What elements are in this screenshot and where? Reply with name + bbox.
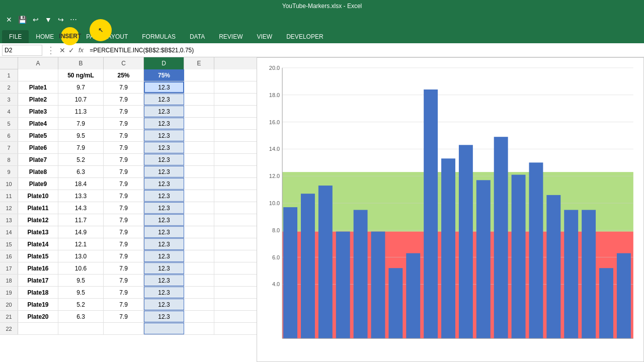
col-header-b[interactable]: B [58, 57, 104, 69]
cell-b4[interactable]: 11.3 [58, 106, 104, 117]
undo-icon[interactable]: ↩ [31, 15, 41, 25]
cell-c14[interactable]: 7.9 [104, 226, 144, 238]
cell-c4[interactable]: 7.9 [104, 106, 144, 117]
cell-d10[interactable]: 12.3 [144, 178, 184, 190]
tab-data[interactable]: DATA [183, 30, 212, 43]
cell-b8[interactable]: 5.2 [58, 154, 104, 165]
tab-insert[interactable]: INSERT [61, 27, 79, 45]
cell-reference-box[interactable] [2, 45, 42, 56]
cell-d9[interactable]: 12.3 [144, 166, 184, 177]
col-header-a[interactable]: A [18, 57, 58, 69]
cell-b11[interactable]: 13.3 [58, 190, 104, 202]
cell-b9[interactable]: 6.3 [58, 166, 104, 177]
cell-e4[interactable] [184, 106, 214, 117]
col-header-d[interactable]: D [144, 57, 184, 69]
col-header-c[interactable]: C [104, 57, 144, 69]
cell-a7[interactable]: Plate6 [18, 142, 58, 153]
tab-view[interactable]: VIEW [250, 30, 280, 43]
cell-c11[interactable]: 7.9 [104, 190, 144, 202]
cell-e7[interactable] [184, 142, 214, 153]
redo-icon[interactable]: ↪ [56, 15, 66, 25]
confirm-formula-icon[interactable]: ✓ [68, 46, 74, 54]
cell-c8[interactable]: 7.9 [104, 154, 144, 165]
formula-input[interactable] [88, 47, 642, 54]
cell-e11[interactable] [184, 190, 214, 202]
cell-b3[interactable]: 10.7 [58, 94, 104, 105]
cell-d14[interactable]: 12.3 [144, 226, 184, 238]
cell-d4[interactable]: 12.3 [144, 106, 184, 117]
cell-b12[interactable]: 14.3 [58, 202, 104, 214]
tab-page-layout[interactable]: PAGE LAYOUT [79, 30, 135, 43]
cell-e1[interactable] [184, 69, 214, 81]
cell-a12[interactable]: Plate11 [18, 202, 58, 214]
cell-b15[interactable]: 12.1 [58, 238, 104, 250]
cell-b22[interactable] [58, 323, 104, 334]
cell-a11[interactable]: Plate10 [18, 190, 58, 202]
cell-d11[interactable]: 12.3 [144, 190, 184, 202]
cell-c16[interactable]: 7.9 [104, 250, 144, 262]
cell-b16[interactable]: 13.0 [58, 250, 104, 262]
cell-d17[interactable]: 12.3 [144, 262, 184, 274]
cell-c17[interactable]: 7.9 [104, 262, 144, 274]
cell-a20[interactable]: Plate19 [18, 299, 58, 310]
cell-a21[interactable]: Plate20 [18, 311, 58, 322]
customize-icon[interactable]: ⋯ [68, 15, 79, 25]
cell-c19[interactable]: 7.9 [104, 287, 144, 298]
tab-formulas[interactable]: FORMULAS [135, 30, 183, 43]
cell-d19[interactable]: 12.3 [144, 287, 184, 298]
cell-d20[interactable]: 12.3 [144, 299, 184, 310]
save-icon[interactable]: 💾 [16, 15, 29, 25]
cell-d8[interactable]: 12.3 [144, 154, 184, 165]
cell-c22[interactable] [104, 323, 144, 334]
cell-e2[interactable] [184, 81, 214, 93]
cell-b19[interactable]: 9.5 [58, 287, 104, 298]
cell-d18[interactable]: 12.3 [144, 275, 184, 286]
cell-d12[interactable]: 12.3 [144, 202, 184, 214]
cell-d21[interactable]: 12.3 [144, 311, 184, 322]
cell-e16[interactable] [184, 250, 214, 262]
cell-e17[interactable] [184, 262, 214, 274]
cell-e8[interactable] [184, 154, 214, 165]
cell-c12[interactable]: 7.9 [104, 202, 144, 214]
cell-c15[interactable]: 7.9 [104, 238, 144, 250]
cell-b1[interactable]: 50 ng/mL [58, 69, 104, 81]
cell-e14[interactable] [184, 226, 214, 238]
tab-file[interactable]: FILE [2, 30, 29, 43]
cell-c2[interactable]: 7.9 [104, 81, 144, 93]
cell-e21[interactable] [184, 311, 214, 322]
cell-d1[interactable]: 75% [144, 69, 184, 81]
cell-b7[interactable]: 7.9 [58, 142, 104, 153]
cell-e15[interactable] [184, 238, 214, 250]
cell-b2[interactable]: 9.7 [58, 81, 104, 93]
cell-b20[interactable]: 5.2 [58, 299, 104, 310]
cell-b13[interactable]: 11.7 [58, 214, 104, 226]
cell-a2[interactable]: Plate1 [18, 81, 58, 93]
cell-c1[interactable]: 25% [104, 69, 144, 81]
cell-d22[interactable] [144, 323, 184, 334]
cell-a22[interactable] [18, 323, 58, 334]
cell-e5[interactable] [184, 118, 214, 129]
cell-a10[interactable]: Plate9 [18, 178, 58, 190]
cell-d15[interactable]: 12.3 [144, 238, 184, 250]
cell-a9[interactable]: Plate8 [18, 166, 58, 177]
cell-b14[interactable]: 14.9 [58, 226, 104, 238]
cell-a4[interactable]: Plate3 [18, 106, 58, 117]
cell-c6[interactable]: 7.9 [104, 130, 144, 141]
cell-c5[interactable]: 7.9 [104, 118, 144, 129]
cell-d6[interactable]: 12.3 [144, 130, 184, 141]
cell-e9[interactable] [184, 166, 214, 177]
cell-c21[interactable]: 7.9 [104, 311, 144, 322]
col-header-e[interactable]: E [184, 57, 214, 69]
cell-a18[interactable]: Plate17 [18, 275, 58, 286]
cell-b21[interactable]: 6.3 [58, 311, 104, 322]
undo-dropdown-icon[interactable]: ▼ [43, 15, 54, 25]
cell-d7[interactable]: 12.3 [144, 142, 184, 153]
cell-e19[interactable] [184, 287, 214, 298]
cell-c7[interactable]: 7.9 [104, 142, 144, 153]
cell-a14[interactable]: Plate13 [18, 226, 58, 238]
cell-a5[interactable]: Plate4 [18, 118, 58, 129]
cell-b10[interactable]: 18.4 [58, 178, 104, 190]
cell-e22[interactable] [184, 323, 214, 334]
cell-b18[interactable]: 9.5 [58, 275, 104, 286]
tab-review[interactable]: REVIEW [212, 30, 250, 43]
